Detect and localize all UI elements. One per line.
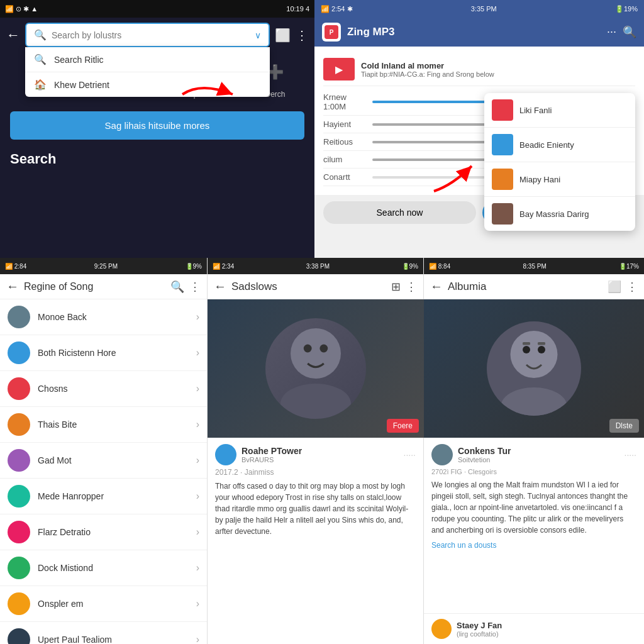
br-more-icon[interactable]: ⋮ [626,280,638,294]
bl-search-icon[interactable]: 🔍 [170,280,184,294]
bottom-left-panel: 📶 2:84 9:25 PM 🔋9% ← Regine of Song 🔍 ⋮ … [0,258,208,644]
svg-point-3 [319,345,328,353]
video-info: Cold Inland al momer Tiapit bp:#NIA-CG.a… [361,61,635,78]
svg-rect-9 [538,342,545,345]
item-name-6: Mede Hanropper [38,491,196,501]
suggestion-1[interactable]: 🔍 Search Ritlic [25,47,270,72]
chevron-icon: › [196,562,199,574]
search-bar[interactable]: 🔍 ∨ [25,23,270,47]
image-icon[interactable]: ⬜ [275,28,291,43]
dropdown-avatar-2 [492,134,513,155]
br-author-sub: Soitvtetion [458,456,511,464]
br-meta: 2702ì FIG · Clesgoirs [431,468,636,475]
svg-point-0 [291,328,341,379]
dots-icon[interactable]: ····· [404,450,416,460]
bm-grid-icon[interactable]: ⊞ [391,280,401,294]
zing-time: 3:35 PM [471,5,497,13]
list-item[interactable]: Thais Bite › [0,407,207,443]
bottom-row: 📶 2:84 9:25 PM 🔋9% ← Regine of Song 🔍 ⋮ … [0,258,644,644]
list-item[interactable]: Mede Hanropper › [0,479,207,514]
top-right-app: 📶 2:54 ✱ 3:35 PM 🔋19% P Zing MP3 ··· 🔍 ▶… [314,0,644,258]
bm-more-icon[interactable]: ⋮ [406,280,417,294]
bm-back-button[interactable]: ← [214,279,226,294]
search-icon: 🔍 [34,53,47,65]
svg-point-2 [304,345,312,353]
bm-author-sub: BvRAURS [242,456,302,464]
more-icon[interactable]: ⋮ [296,28,308,43]
chevron-down-icon[interactable]: ∨ [255,30,261,40]
dropdown-item-3[interactable]: Miapy Hani [484,162,635,197]
list-item[interactable]: Dock Mistiond › [0,550,207,586]
item-name-1: Monoe Back [38,312,196,322]
list-item[interactable]: Gad Mot › [0,443,207,479]
dots-icon[interactable]: ····· [625,450,636,460]
br-footer-info: Staey J Fan (lirg cooftatio) [457,621,502,638]
song-label-5: Conartt [323,172,367,182]
bl-time: 9:25 PM [94,263,118,270]
bl-list: Monoe Back › Both Ricistenn Hore › Chosn… [0,299,207,644]
br-battery: 🔋17% [619,263,639,270]
dropdown-item-2[interactable]: Beadic Enienty [484,128,635,162]
list-item[interactable]: Flarz Detratio › [0,514,207,550]
search-now-button[interactable]: Search now [323,201,476,224]
home-icon: 🏠 [34,79,47,91]
song-label-2: Hayient [323,119,367,129]
avatar-6 [8,485,30,508]
song-label-1: Krnew 1:00M [323,92,367,111]
dropdown-name-1: Liki Fanli [519,106,552,115]
video-row[interactable]: ▶ Cold Inland al momer Tiapit bp:#NIA-CG… [323,53,635,86]
chevron-icon: › [196,491,199,502]
br-footer-person: Staey J Fan (lirg cooftatio) [424,613,644,644]
red-arrow-1 [176,75,239,116]
br-back-button[interactable]: ← [430,279,443,294]
bl-header: ← Regine of Song 🔍 ⋮ [0,274,207,299]
chevron-icon: › [196,526,199,538]
item-name-4: Thais Bite [38,419,196,430]
list-item[interactable]: Chosns › [0,371,207,407]
song-label-3: Reitious [323,137,367,147]
svg-point-4 [511,331,558,378]
chevron-icon: › [196,634,199,644]
banner-button[interactable]: Sag lihais hitsuibe mores [10,111,304,140]
list-item[interactable]: Monoe Back › [0,299,207,335]
search-section-title: Search [0,146,314,172]
bl-back-button[interactable]: ← [6,279,19,294]
avatar-8 [8,557,30,579]
dropdown-item-1[interactable]: Liki Fanli [484,93,635,128]
search-icon[interactable]: 🔍 [623,25,636,39]
dropdown-name-3: Miapy Hani [519,175,560,184]
br-title: Albumia [448,280,602,293]
br-footer-sub: (lirg cooftatio) [457,630,502,638]
avatar-1 [8,306,30,328]
bl-more-icon[interactable]: ⋮ [189,280,201,294]
bm-post-date: 2017.2 · Jainmiss [215,468,416,477]
br-follow-button[interactable]: Dlste [609,419,639,433]
zing-app-title: Zing MP3 [347,26,601,38]
avatar-2 [8,341,30,364]
zing-logo-inner: P [325,25,338,39]
more-dots-icon[interactable]: ··· [607,25,616,39]
bm-follow-button[interactable]: Foere [387,419,419,433]
chevron-icon: › [196,419,199,430]
dropdown-item-4[interactable]: Bay Massria Darirg [484,197,635,231]
dropdown-avatar-4 [492,203,513,225]
list-item[interactable]: Both Ricistenn Hore › [0,335,207,371]
br-search-link[interactable]: Search un a dousts [431,541,636,550]
back-button[interactable]: ← [6,27,20,43]
zing-header: P Zing MP3 ··· 🔍 [314,18,644,47]
list-item[interactable]: Onspler em › [0,586,207,622]
list-item[interactable]: Upert Paul Tealiom › [0,622,207,644]
svg-point-5 [501,387,567,416]
avatar-3 [8,377,30,400]
item-name-10: Upert Paul Tealiom [38,635,196,644]
zing-status-bar: 📶 2:54 ✱ 3:35 PM 🔋19% [314,0,644,18]
suggestion-label-1: Search Ritlic [54,55,104,65]
bm-author-row: Roahe PTower BvRAURS ····· [215,444,416,465]
br-image-icon[interactable]: ⬜ [608,280,621,294]
bottom-right-panel: 📶 8:84 8:35 PM 🔋17% ← Albumia ⬜ ⋮ [424,258,644,644]
search-input[interactable] [52,30,250,40]
chevron-icon: › [196,383,199,394]
avatar-7 [8,521,30,543]
svg-point-7 [538,346,545,353]
item-name-5: Gad Mot [38,455,196,465]
